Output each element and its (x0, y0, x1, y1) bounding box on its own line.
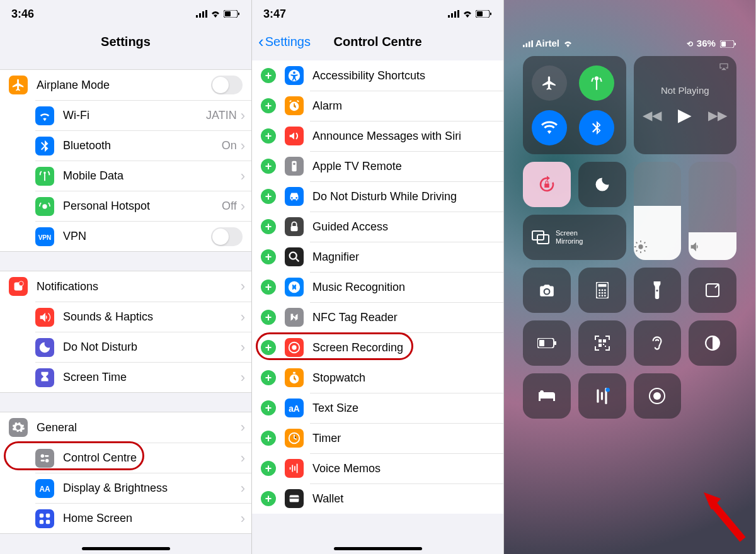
screen-recording-row[interactable]: +Screen Recording (252, 332, 503, 363)
add-button[interactable]: + (261, 310, 276, 325)
dark-mode-tile[interactable] (689, 320, 736, 366)
home-screen-row[interactable]: Home Screen› (35, 503, 251, 533)
svg-rect-49 (531, 40, 533, 47)
svg-rect-81 (598, 344, 602, 347)
hotspot-icon (35, 197, 54, 216)
ear-icon (650, 334, 664, 352)
notes-tile[interactable] (689, 268, 736, 313)
add-button[interactable]: + (261, 340, 276, 355)
moon-icon (593, 176, 611, 193)
add-button[interactable]: + (261, 249, 276, 264)
sounds-haptics-row[interactable]: Sounds & Haptics› (35, 302, 251, 332)
control-centre-row[interactable]: Control Centre› (35, 443, 251, 473)
svg-point-35 (292, 345, 296, 349)
chevron-right-icon: › (241, 450, 245, 466)
personal-hotspot-row[interactable]: Personal HotspotOff› (35, 191, 251, 221)
timer-row[interactable]: +Timer (252, 423, 503, 453)
add-button[interactable]: + (261, 431, 276, 446)
flashlight-tile[interactable] (634, 268, 682, 313)
add-button[interactable]: + (261, 280, 276, 295)
low-power-tile[interactable] (523, 320, 571, 366)
orientation-lock-tile[interactable] (523, 162, 571, 207)
add-button[interactable]: + (261, 68, 276, 83)
add-button[interactable]: + (261, 98, 276, 113)
general-row[interactable]: General› (0, 412, 251, 443)
magnifier-row[interactable]: +Magnifier (252, 242, 503, 272)
do-not-disturb-while-driving-row[interactable]: +Do Not Disturb While Driving (252, 181, 503, 212)
apple-tv-remote-row[interactable]: +Apple TV Remote (252, 151, 503, 181)
guided-access-row[interactable]: +Guided Access (252, 212, 503, 242)
airplay-icon[interactable] (719, 62, 729, 71)
airplane-toggle[interactable] (532, 65, 567, 101)
notifications-row[interactable]: Notifications› (0, 271, 251, 302)
media-tile[interactable]: Not Playing ◀◀ ▶ ▶▶ (634, 56, 737, 154)
do-not-disturb-row[interactable]: Do Not Disturb› (35, 332, 251, 362)
camera-icon (539, 283, 555, 297)
svg-point-66 (598, 290, 600, 291)
add-button[interactable]: + (261, 128, 276, 144)
airplane-mode-row[interactable]: Airplane Mode (0, 70, 251, 100)
bluetooth-toggle[interactable] (579, 110, 614, 145)
status-bar: Airtel ⟲ 36% (504, 0, 755, 56)
forward-button[interactable]: ▶▶ (708, 108, 727, 123)
brightness-slider[interactable] (634, 162, 682, 260)
nfc-tag-reader-row[interactable]: +NFC Tag Reader (252, 302, 503, 332)
qr-scanner-tile[interactable] (578, 320, 626, 366)
rewind-button[interactable]: ◀◀ (643, 108, 662, 123)
volume-slider[interactable] (689, 162, 736, 260)
play-button[interactable]: ▶ (678, 105, 692, 125)
svg-rect-20 (451, 13, 453, 18)
music-recognition-row[interactable]: +Music Recognition (252, 272, 503, 302)
mobile-data-row[interactable]: Mobile Data› (35, 161, 251, 191)
svg-text:AA: AA (39, 484, 50, 493)
svg-rect-29 (292, 161, 296, 172)
stopwatch-row[interactable]: +Stopwatch (252, 363, 503, 393)
add-button[interactable]: + (261, 159, 276, 174)
vpn-icon: VPN (35, 227, 54, 246)
shazam-tile[interactable] (578, 373, 626, 419)
signal-icon (196, 10, 207, 18)
hearing-tile[interactable] (634, 320, 682, 366)
screen-recording-tile[interactable] (634, 373, 682, 419)
voice-memos-row[interactable]: +Voice Memos (252, 453, 503, 483)
wallet-row[interactable]: +Wallet (252, 483, 503, 514)
wi-fi-row[interactable]: Wi-FiJATIN› (35, 100, 251, 130)
svg-point-90 (653, 392, 661, 400)
chevron-right-icon: › (241, 309, 245, 325)
connectivity-tile[interactable] (523, 56, 626, 154)
alarm-row[interactable]: +Alarm (252, 91, 503, 121)
toggle[interactable] (211, 227, 243, 246)
do-not-disturb-tile[interactable] (578, 162, 626, 207)
home-indicator[interactable] (82, 547, 170, 550)
add-button[interactable]: + (261, 189, 276, 204)
svg-rect-17 (40, 519, 43, 523)
screen-time-row[interactable]: Screen Time› (35, 362, 251, 392)
orientation-lock-icon (537, 175, 556, 194)
toggle[interactable] (211, 76, 243, 94)
wifi-toggle[interactable] (532, 110, 567, 145)
text-size-row[interactable]: +aAText Size (252, 393, 503, 423)
announce-messages-with-siri-row[interactable]: +Announce Messages with Siri (252, 121, 503, 151)
screen-mirroring-tile[interactable]: ScreenMirroring (523, 215, 626, 260)
add-button[interactable]: + (261, 219, 276, 234)
accessibility-shortcuts-row[interactable]: +Accessibility Shortcuts (252, 60, 503, 91)
chevron-right-icon: › (241, 511, 245, 527)
airplane-icon (541, 75, 558, 91)
calculator-tile[interactable] (578, 268, 626, 313)
svg-rect-52 (735, 43, 736, 45)
add-button[interactable]: + (261, 461, 276, 476)
add-button[interactable]: + (261, 400, 276, 416)
display-brightness-row[interactable]: AADisplay & Brightness› (35, 473, 251, 503)
vpn-row[interactable]: VPNVPN (35, 221, 251, 251)
camera-tile[interactable] (523, 268, 571, 313)
cellular-toggle[interactable] (579, 65, 614, 101)
bluetooth-row[interactable]: BluetoothOn› (35, 130, 251, 161)
chevron-right-icon: › (241, 370, 245, 386)
row-value: JATIN (206, 109, 237, 122)
add-button[interactable]: + (261, 370, 276, 385)
add-button[interactable]: + (261, 491, 276, 506)
home-indicator[interactable] (334, 547, 422, 550)
wifi-icon (35, 106, 54, 125)
sleep-tile[interactable] (523, 373, 571, 419)
gear-icon (9, 418, 28, 437)
